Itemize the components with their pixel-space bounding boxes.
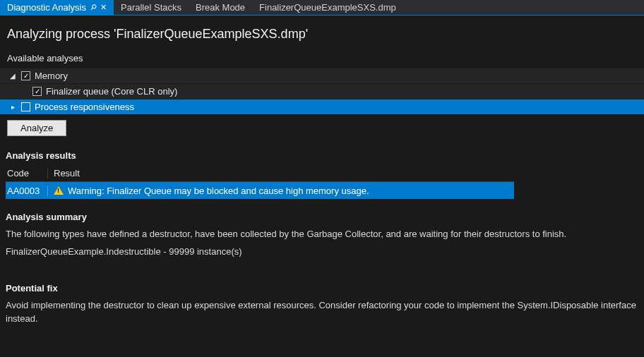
tree-item-label: Process responsiveness — [35, 102, 134, 112]
analyze-button[interactable]: Analyze — [7, 120, 66, 136]
potential-fix-text: Avoid implementing the destructor to cle… — [0, 298, 644, 329]
available-analyses-label: Available analyses — [0, 50, 644, 68]
result-text: Warning: Finalizer Queue may be blocked … — [68, 186, 369, 196]
checkbox-memory[interactable] — [21, 71, 30, 80]
tab-diagnostic-analysis[interactable]: Diagnostic Analysis ⚲ ✕ — [0, 0, 114, 15]
checkbox-responsiveness[interactable] — [21, 102, 30, 111]
close-icon[interactable]: ✕ — [100, 4, 107, 11]
pin-icon[interactable]: ⚲ — [88, 3, 97, 12]
results-table: Code Result AA0003 Warning: Finalizer Qu… — [6, 165, 514, 199]
tree-item-finalizer-queue[interactable]: Finalizer queue (Core CLR only) — [0, 83, 644, 99]
result-cell: Warning: Finalizer Queue may be blocked … — [48, 186, 514, 196]
col-header-code[interactable]: Code — [6, 168, 48, 178]
chevron-right-icon[interactable]: ▸ — [8, 103, 17, 111]
analyses-tree: ◢ Memory Finalizer queue (Core CLR only)… — [0, 68, 644, 114]
tab-parallel-stacks[interactable]: Parallel Stacks — [114, 0, 189, 15]
tab-break-mode[interactable]: Break Mode — [189, 0, 252, 15]
tree-item-process-responsiveness[interactable]: ▸ Process responsiveness — [0, 99, 644, 114]
analysis-results-heading: Analysis results — [0, 145, 644, 165]
tab-strip: Diagnostic Analysis ⚲ ✕ Parallel Stacks … — [0, 0, 644, 16]
page-title: Analyzing process 'FinalizerQueueExample… — [0, 16, 644, 50]
checkbox-finalizer[interactable] — [32, 87, 42, 96]
analyze-bar: Analyze — [0, 114, 644, 145]
col-header-result-label: Result — [54, 168, 80, 178]
warning-icon — [54, 186, 64, 195]
summary-line-2: FinalizerQueueExample.Indestructible - 9… — [0, 244, 644, 262]
tab-dump-file[interactable]: FinalizerQueueExampleSXS.dmp — [252, 0, 403, 15]
tab-label: FinalizerQueueExampleSXS.dmp — [259, 2, 396, 13]
tab-label: Diagnostic Analysis — [7, 2, 86, 13]
potential-fix-heading: Potential fix — [0, 277, 644, 298]
tree-item-memory[interactable]: ◢ Memory — [0, 68, 644, 83]
results-row[interactable]: AA0003 Warning: Finalizer Queue may be b… — [6, 182, 514, 199]
results-header-row: Code Result — [6, 165, 514, 182]
chevron-down-icon[interactable]: ◢ — [8, 72, 17, 80]
col-header-result[interactable]: Result — [48, 168, 514, 178]
tree-item-label: Finalizer queue (Core CLR only) — [46, 86, 177, 97]
tab-label: Parallel Stacks — [121, 2, 181, 13]
summary-line-1: The following types have defined a destr… — [0, 226, 644, 244]
tree-item-label: Memory — [35, 71, 68, 81]
analysis-summary-heading: Analysis summary — [0, 206, 644, 226]
result-code: AA0003 — [6, 186, 48, 196]
tab-label: Break Mode — [196, 2, 245, 13]
